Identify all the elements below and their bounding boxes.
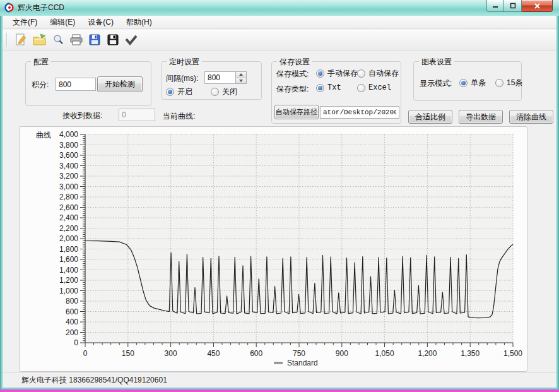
- multi-curve-radio[interactable]: [495, 79, 503, 87]
- y-tick-label: 3,400: [59, 162, 78, 170]
- menu-device[interactable]: 设备(C): [81, 16, 120, 29]
- app-window: 辉火电子CCD 文件(F) 编辑(E) 设备(C) 帮助(H): [0, 0, 559, 392]
- y-tick-label: 2,000: [59, 234, 78, 243]
- start-detect-button[interactable]: 开始检测: [97, 76, 143, 92]
- interval-label: 间隔(ms):: [166, 73, 198, 84]
- interval-spinner[interactable]: [236, 71, 247, 84]
- menu-bar: 文件(F) 编辑(E) 设备(C) 帮助(H): [3, 16, 556, 29]
- window-title: 辉火电子CCD: [18, 3, 64, 13]
- confirm-button[interactable]: [122, 31, 140, 49]
- open-file-button[interactable]: [30, 31, 49, 49]
- export-data-button[interactable]: 导出数据: [459, 110, 503, 124]
- menu-help[interactable]: 帮助(H): [120, 16, 158, 29]
- auto-save-radio[interactable]: [357, 69, 365, 78]
- manual-save-radio[interactable]: [316, 69, 324, 78]
- display-single-option[interactable]: 单条: [459, 78, 486, 88]
- chart-settings-title: 图表设置: [419, 57, 454, 68]
- txt-label: Txt: [327, 83, 341, 92]
- start-detect-label: 开始检测: [105, 79, 135, 90]
- y-tick-label: 2,400: [59, 213, 78, 222]
- x-tick-label: 300: [165, 349, 177, 358]
- app-logo-icon: [4, 3, 15, 13]
- integral-input[interactable]: [56, 78, 96, 91]
- save-icon: [88, 33, 101, 46]
- minimize-button[interactable]: [486, 0, 504, 12]
- arrow-down-icon: [239, 80, 243, 82]
- display-multi-option[interactable]: 15条: [495, 78, 522, 88]
- toolbar: [3, 30, 556, 50]
- y-tick-label: 1,000: [59, 287, 78, 295]
- y-tick-label: 2,800: [59, 193, 78, 201]
- curve-chart-svg: 02004006008001,0001,2001,4001,6001,8002,…: [20, 127, 527, 371]
- manual-save-label: 手动保存: [327, 68, 358, 79]
- save-mode-label: 保存模式:: [276, 69, 309, 80]
- y-tick-label: 4,000: [59, 130, 78, 139]
- print-preview-button[interactable]: [49, 31, 67, 49]
- menu-edit[interactable]: 编辑(E): [44, 16, 81, 29]
- clear-curve-label: 清除曲线: [516, 112, 546, 122]
- save-mode-auto-option[interactable]: 自动保存: [357, 68, 399, 79]
- y-tick-label: 600: [66, 307, 78, 316]
- single-curve-label: 单条: [471, 78, 486, 88]
- close-button[interactable]: [522, 0, 553, 12]
- window-controls: [486, 0, 553, 12]
- new-file-button[interactable]: [12, 31, 30, 49]
- x-tick-label: 1,350: [461, 349, 480, 358]
- save-as-button[interactable]: [103, 31, 122, 49]
- y-tick-label: 2,600: [59, 203, 78, 212]
- curve-chart-panel: 02004006008001,0001,2001,4001,6001,8002,…: [19, 126, 527, 372]
- y-tick-label: 3,600: [59, 151, 78, 160]
- received-data-label: 接收到数据:: [62, 110, 102, 121]
- minimize-icon: [492, 3, 498, 9]
- interval-input[interactable]: [204, 71, 236, 84]
- save-path-input[interactable]: [320, 106, 399, 119]
- excel-radio[interactable]: [357, 84, 365, 92]
- save-mode-manual-option[interactable]: 手动保存: [316, 68, 358, 79]
- print-preview-icon: [52, 33, 64, 46]
- y-tick-label: 0: [74, 338, 78, 347]
- spinner-up-button[interactable]: [236, 72, 246, 78]
- y-tick-label: 3,800: [59, 141, 78, 150]
- new-file-icon: [15, 33, 28, 47]
- auto-save-path-label: 自动保存路径: [276, 107, 317, 117]
- fit-scale-button[interactable]: 合适比例: [408, 110, 452, 124]
- print-icon: [69, 33, 83, 46]
- export-data-label: 导出数据: [466, 112, 496, 122]
- save-type-txt-option[interactable]: Txt: [316, 83, 341, 92]
- x-tick-label: 0: [83, 349, 88, 358]
- y-tick-label: 2,200: [59, 224, 78, 233]
- timer-off-option[interactable]: 关闭: [211, 86, 237, 97]
- clear-curve-button[interactable]: 清除曲线: [509, 110, 553, 124]
- multi-curve-label: 15条: [507, 78, 522, 88]
- txt-radio[interactable]: [316, 84, 324, 92]
- timer-on-radio[interactable]: [166, 88, 174, 96]
- status-bar: 辉火电子科技 18366298541/QQ419120601: [3, 372, 556, 388]
- timer-on-option[interactable]: 开启: [166, 86, 192, 97]
- save-type-excel-option[interactable]: Excel: [357, 83, 391, 92]
- x-tick-label: 750: [293, 349, 305, 358]
- x-tick-label: 150: [122, 349, 134, 358]
- x-tick-label: 1,050: [375, 349, 394, 358]
- maximize-icon: [510, 3, 516, 9]
- integral-label: 积分:: [32, 80, 49, 90]
- maximize-button[interactable]: [504, 0, 522, 12]
- toolbar-grip[interactable]: [6, 33, 8, 47]
- received-data-field: [119, 109, 155, 121]
- save-title: 保存设置: [277, 57, 312, 68]
- auto-save-path-button[interactable]: 自动保存路径: [274, 105, 319, 119]
- title-bar[interactable]: 辉火电子CCD: [0, 0, 559, 16]
- excel-label: Excel: [368, 83, 391, 92]
- x-tick-label: 1,500: [503, 349, 522, 358]
- print-button[interactable]: [67, 31, 85, 49]
- status-text: 辉火电子科技 18366298541/QQ419120601: [21, 375, 167, 386]
- current-curve-label: 当前曲线:: [163, 111, 195, 122]
- save-button[interactable]: [85, 31, 103, 49]
- spinner-down-button[interactable]: [236, 78, 246, 84]
- menu-file[interactable]: 文件(F): [6, 16, 44, 29]
- close-icon: [534, 3, 541, 9]
- single-curve-radio[interactable]: [459, 79, 468, 87]
- legend-label: Standard: [287, 359, 318, 367]
- client-area: 文件(F) 编辑(E) 设备(C) 帮助(H): [3, 16, 556, 388]
- timer-off-radio[interactable]: [211, 88, 219, 96]
- y-axis-title: 曲线: [36, 131, 51, 140]
